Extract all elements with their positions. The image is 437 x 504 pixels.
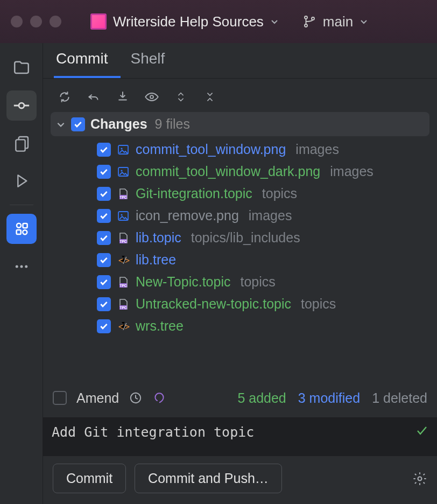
- rollback-button[interactable]: [82, 85, 105, 109]
- file-checkbox[interactable]: [97, 297, 111, 311]
- svg-point-10: [15, 265, 18, 268]
- file-row[interactable]: commit_tool_window.pngimages: [51, 138, 429, 160]
- ai-suggest-button[interactable]: [152, 386, 166, 410]
- file-name: icon_remove.png: [136, 208, 239, 223]
- file-path: images: [249, 208, 292, 223]
- svg-point-9: [23, 230, 27, 234]
- file-row[interactable]: TPClib.topictopics/lib_includes: [51, 227, 429, 249]
- collapse-all-button[interactable]: [198, 85, 222, 109]
- structure-tool-button[interactable]: [6, 214, 37, 244]
- project-switcher[interactable]: Writerside Help Sources: [90, 13, 279, 30]
- file-checkbox[interactable]: [97, 187, 111, 201]
- svg-text:TPC: TPC: [120, 283, 127, 287]
- commit-button[interactable]: Commit: [53, 464, 126, 493]
- window-controls: [11, 16, 61, 27]
- svg-point-12: [25, 265, 27, 268]
- svg-rect-8: [23, 223, 27, 228]
- file-name: commit_tool_window.png: [136, 142, 286, 157]
- changes-root-node[interactable]: Changes 9 files: [51, 112, 429, 136]
- svg-text:>: >: [125, 256, 130, 265]
- file-row[interactable]: </>lib.tree: [51, 249, 429, 271]
- file-path: topics/lib_includes: [191, 230, 300, 246]
- svg-point-13: [150, 95, 153, 99]
- file-path: images: [330, 164, 373, 179]
- file-row[interactable]: TPCUntracked-new-topic.topictopics: [51, 293, 429, 315]
- file-name: lib.tree: [136, 252, 176, 268]
- svg-point-11: [20, 265, 23, 268]
- select-all-checkbox[interactable]: [71, 117, 85, 131]
- file-row[interactable]: </>wrs.tree: [51, 315, 429, 337]
- file-checkbox[interactable]: [97, 143, 111, 157]
- svg-point-2: [312, 17, 314, 20]
- image-icon: [116, 165, 130, 179]
- file-checkbox[interactable]: [97, 231, 111, 245]
- svg-text:>: >: [125, 322, 130, 332]
- chevron-down-icon: [270, 17, 279, 26]
- topic-icon: TPC: [116, 275, 130, 289]
- more-tool-button[interactable]: [6, 251, 37, 282]
- file-row[interactable]: commit_tool_window_dark.pngimages: [51, 160, 429, 183]
- svg-point-35: [418, 477, 422, 480]
- file-name: wrs.tree: [136, 318, 184, 334]
- file-path: images: [295, 142, 339, 157]
- file-checkbox[interactable]: [97, 165, 111, 179]
- commit-summary-bar: Amend 5 added 3 modified 1 deleted: [43, 379, 437, 417]
- svg-point-21: [121, 214, 122, 215]
- commit-and-push-button[interactable]: Commit and Push…: [135, 464, 282, 493]
- project-tool-button[interactable]: [6, 53, 37, 83]
- zoom-window-button[interactable]: [50, 16, 61, 27]
- commit-tool-button[interactable]: [6, 90, 37, 121]
- bookmarks-tool-button[interactable]: [6, 128, 37, 158]
- file-name: Untracked-new-topic.topic: [136, 296, 291, 312]
- file-row[interactable]: TPCNew-Topic.topictopics: [51, 271, 429, 293]
- expand-all-button[interactable]: [169, 85, 193, 109]
- file-checkbox[interactable]: [97, 319, 111, 333]
- amend-checkbox[interactable]: [53, 391, 67, 405]
- branch-icon: [302, 15, 316, 29]
- svg-text:TPC: TPC: [120, 195, 127, 199]
- titlebar: Writerside Help Sources main: [0, 0, 437, 43]
- topic-icon: TPC: [116, 297, 130, 311]
- svg-point-3: [19, 103, 24, 108]
- file-path: topics: [301, 296, 336, 312]
- tab-commit[interactable]: Commit: [54, 41, 110, 78]
- file-path: topics: [262, 186, 297, 201]
- svg-point-15: [121, 148, 122, 149]
- topic-icon: TPC: [116, 231, 130, 245]
- stats-modified: 3 modified: [298, 390, 360, 406]
- file-checkbox[interactable]: [97, 275, 111, 289]
- diff-preview-button[interactable]: [140, 85, 164, 109]
- amend-label: Amend: [76, 390, 119, 406]
- file-row[interactable]: icon_remove.pngimages: [51, 205, 429, 227]
- file-row[interactable]: TPCGit-integration.topictopics: [51, 183, 429, 205]
- file-checkbox[interactable]: [97, 253, 111, 267]
- chevron-down-icon: [360, 17, 368, 26]
- svg-text:TPC: TPC: [120, 305, 127, 309]
- image-icon: [116, 143, 130, 157]
- svg-rect-5: [16, 139, 25, 151]
- branch-name: main: [323, 13, 353, 30]
- tree-icon: </>: [116, 253, 130, 267]
- stats-deleted: 1 deleted: [372, 390, 427, 406]
- image-icon: [116, 209, 130, 223]
- left-tool-strip: [0, 43, 43, 504]
- close-window-button[interactable]: [11, 16, 23, 27]
- svg-point-1: [305, 24, 307, 27]
- tab-shelf[interactable]: Shelf: [128, 41, 167, 78]
- history-button[interactable]: [129, 386, 143, 410]
- svg-text:TPC: TPC: [120, 239, 127, 243]
- commit-options-button[interactable]: [412, 471, 427, 486]
- file-checkbox[interactable]: [97, 209, 111, 223]
- file-name: Git-integration.topic: [136, 186, 252, 201]
- svg-point-0: [305, 16, 307, 19]
- svg-point-6: [17, 223, 21, 228]
- changes-count: 9 files: [155, 116, 190, 132]
- commit-message-input[interactable]: Add Git integration topic: [43, 417, 437, 456]
- refresh-button[interactable]: [53, 85, 76, 109]
- shelve-button[interactable]: [111, 85, 135, 109]
- panel-tabs: Commit Shelf: [43, 43, 437, 79]
- build-tool-button[interactable]: [6, 166, 37, 196]
- minimize-window-button[interactable]: [30, 16, 42, 27]
- branch-switcher[interactable]: main: [302, 13, 368, 30]
- writerside-logo-icon: [90, 13, 107, 30]
